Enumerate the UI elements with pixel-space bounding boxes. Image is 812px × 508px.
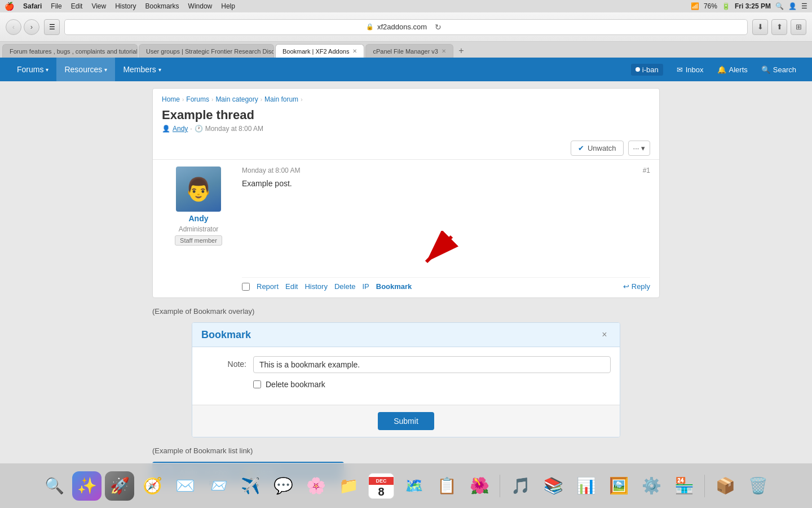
menubar-view[interactable]: View: [87, 0, 111, 12]
nav-inbox-item[interactable]: ✉ Inbox: [670, 58, 710, 81]
dock: 🔍 ✨ 🚀 🧭 ✉️ 📨 ✈️ 💬 🌸 📁 DEC 8 🗺️ 📋 🌺 🎵 📚 📊…: [0, 463, 812, 508]
apple-menu[interactable]: 🍎: [5, 2, 14, 11]
tab-3[interactable]: cPanel File Manager v3 ✕: [365, 44, 453, 58]
breadcrumb-main-category[interactable]: Main category: [215, 95, 258, 103]
breadcrumb-forums[interactable]: Forums: [186, 95, 209, 103]
dock-app-store[interactable]: 🏪: [669, 471, 699, 501]
sidebar-button[interactable]: ☰: [44, 19, 60, 35]
menubar-bookmarks[interactable]: Bookmarks: [141, 0, 184, 12]
breadcrumb-main-forum[interactable]: Main forum: [264, 95, 298, 103]
tab-0[interactable]: Forum features , bugs , complaints and t…: [2, 44, 138, 58]
dock-maps[interactable]: 🗺️: [399, 471, 429, 501]
dock-twitterrific[interactable]: 🌸: [301, 471, 330, 501]
delete-link[interactable]: Delete: [334, 282, 356, 291]
share-button[interactable]: ⬆: [771, 19, 787, 35]
dock-zip[interactable]: 📦: [710, 471, 740, 501]
fullscreen-button[interactable]: ⊞: [791, 19, 806, 35]
new-tab-button[interactable]: +: [454, 44, 468, 58]
battery-level: 76%: [704, 2, 717, 10]
user-icon-menu[interactable]: 👤: [788, 2, 797, 10]
nav-resources[interactable]: Resources ▾: [56, 58, 115, 81]
nav-members[interactable]: Members ▾: [115, 58, 169, 81]
forward-button[interactable]: ›: [24, 19, 39, 35]
dock-messages[interactable]: 💬: [268, 471, 298, 501]
more-button[interactable]: ··· ▾: [628, 141, 650, 156]
submit-button[interactable]: Submit: [378, 412, 434, 430]
dock-system-prefs[interactable]: ⚙️: [637, 471, 666, 501]
nav-forums[interactable]: Forums ▾: [9, 58, 56, 81]
dock-trash[interactable]: 🗑️: [743, 471, 773, 501]
note-input[interactable]: [253, 356, 611, 373]
menubar-window[interactable]: Window: [184, 0, 217, 12]
dock-calendar[interactable]: DEC 8: [367, 471, 396, 501]
menubar-edit[interactable]: Edit: [67, 0, 87, 12]
nav-alerts-item[interactable]: 🔔 Alerts: [710, 58, 754, 81]
dock-notes[interactable]: 📋: [432, 471, 461, 501]
breadcrumb-sep-4: ›: [301, 97, 302, 103]
post-select-checkbox[interactable]: [242, 283, 250, 291]
tab-3-close[interactable]: ✕: [442, 48, 446, 54]
bookmark-close-button[interactable]: ×: [598, 329, 611, 341]
battery-icon: 🔋: [722, 2, 730, 10]
menubar-help[interactable]: Help: [217, 0, 240, 12]
menubar-safari[interactable]: Safari: [19, 0, 46, 12]
dock-keynote[interactable]: 🖼️: [604, 471, 633, 501]
ip-link[interactable]: IP: [362, 282, 369, 291]
reply-button[interactable]: ↩ Reply: [623, 282, 650, 291]
nav-iban-item[interactable]: i-ban: [624, 58, 670, 81]
bookmark-link[interactable]: Bookmark: [376, 282, 412, 291]
example-list-label: (Example of Bookmark list link): [152, 444, 660, 457]
nav-forums-arrow: ▾: [46, 67, 48, 73]
edit-link[interactable]: Edit: [285, 282, 298, 291]
dock-books[interactable]: 📚: [539, 471, 568, 501]
breadcrumb-home[interactable]: Home: [162, 95, 180, 103]
bookmark-footer: Submit: [192, 405, 620, 437]
history-link[interactable]: History: [304, 282, 327, 291]
thread-author[interactable]: Andy: [173, 125, 188, 133]
nav-members-arrow: ▾: [158, 67, 161, 73]
tab-1[interactable]: User groups | Strategic Frontier Researc…: [139, 44, 274, 58]
clock: Fri 3:25 PM: [735, 2, 771, 10]
unwatch-button[interactable]: ✔ Unwatch: [571, 141, 624, 156]
menubar-file[interactable]: File: [46, 0, 66, 12]
download-button[interactable]: ⬇: [752, 19, 768, 35]
nav-members-label: Members: [123, 65, 156, 74]
nav-resources-arrow: ▾: [104, 67, 107, 73]
post-number: #1: [643, 167, 650, 174]
bookmark-body: Note: Delete bookmark: [192, 347, 620, 405]
tab-2[interactable]: Bookmark | XF2 Addons ✕: [275, 44, 364, 58]
avatar: 👨: [176, 167, 221, 212]
dock-airmail[interactable]: 📨: [203, 471, 232, 501]
breadcrumb-sep-1: ›: [182, 97, 184, 103]
dock-numbers[interactable]: 📊: [571, 471, 601, 501]
back-button[interactable]: ‹: [6, 19, 21, 35]
dock-safari[interactable]: 🧭: [138, 471, 167, 501]
dock-siri[interactable]: ✨: [72, 471, 102, 501]
dock-finder[interactable]: 🔍: [39, 471, 69, 501]
address-bar[interactable]: 🔒 xf2addons.com ↻: [64, 19, 748, 35]
thread-meta: 👤 Andy · 🕐 Monday at 8:00 AM: [162, 125, 650, 133]
search-icon-menu[interactable]: 🔍: [775, 2, 784, 10]
dock-music[interactable]: 🎵: [506, 471, 535, 501]
tab-2-close[interactable]: ✕: [352, 48, 357, 54]
report-link[interactable]: Report: [257, 282, 279, 291]
breadcrumb-sep-3: ›: [261, 97, 262, 103]
menu-icon[interactable]: ☰: [801, 2, 807, 10]
main-content: Home › Forums › Main category › Main for…: [0, 81, 812, 508]
lock-icon: 🔒: [366, 23, 374, 30]
dock-photos[interactable]: 🌺: [465, 471, 494, 501]
dock-mail[interactable]: ✉️: [170, 471, 200, 501]
inbox-icon: ✉: [677, 65, 683, 74]
breadcrumb-sep-2: ›: [211, 97, 213, 103]
menubar-history[interactable]: History: [111, 0, 140, 12]
nav-search-item[interactable]: 🔍 Search: [754, 58, 803, 81]
reload-button[interactable]: ↻: [430, 19, 446, 35]
search-icon-nav: 🔍: [761, 65, 770, 74]
staff-badge[interactable]: Staff member: [175, 235, 222, 246]
dock-files[interactable]: 📁: [334, 471, 363, 501]
dock-launchpad[interactable]: 🚀: [105, 471, 134, 501]
dock-copilot[interactable]: ✈️: [236, 471, 265, 501]
tab-2-label: Bookmark | XF2 Addons: [283, 48, 349, 55]
delete-bookmark-checkbox[interactable]: [253, 380, 261, 388]
inbox-label: Inbox: [686, 65, 704, 74]
